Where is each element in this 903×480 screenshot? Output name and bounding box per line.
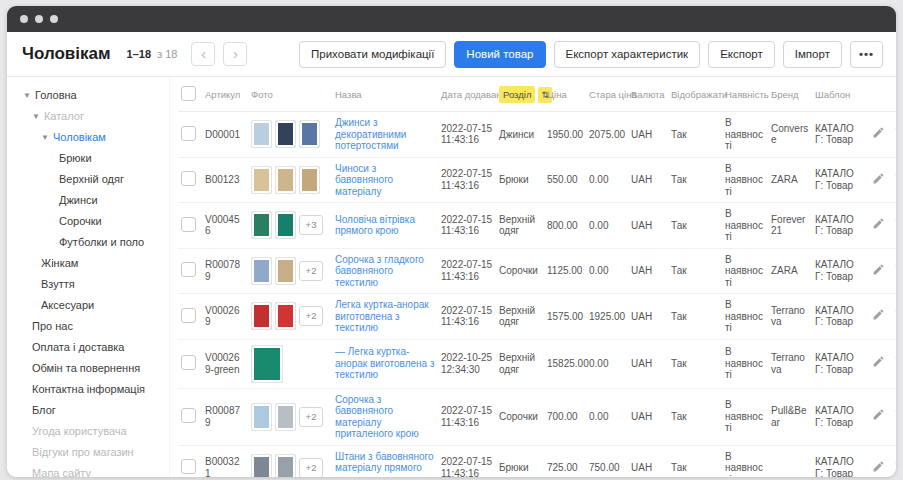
more-photos-badge[interactable]: +2 — [299, 306, 323, 326]
sidebar-item[interactable]: Аксесуари — [15, 295, 165, 316]
product-name-link[interactable]: Легка куртка-анорак виготовлена з тексти… — [335, 299, 429, 333]
column-header[interactable]: Наявність — [722, 77, 768, 112]
column-header[interactable]: Артикул — [202, 77, 248, 112]
delete-icon[interactable] — [893, 408, 896, 422]
product-name-link[interactable]: — Легка куртка-анорак виготовлена з текс… — [335, 346, 435, 380]
edit-icon[interactable] — [872, 460, 886, 474]
column-header[interactable]: Стара ціна — [586, 77, 628, 112]
sidebar-item[interactable]: Жінкам — [15, 253, 165, 274]
edit-icon[interactable] — [872, 217, 886, 231]
product-name-link[interactable]: Сорочка з бавовняного матеріалу притален… — [335, 394, 419, 440]
price-cell: 1950.00 — [544, 112, 586, 158]
chevron-down-icon[interactable]: ▼ — [32, 110, 40, 123]
old-price-cell: 0.00 — [586, 248, 628, 294]
price-cell: 550.00 — [544, 157, 586, 203]
more-photos-badge[interactable]: +2 — [299, 261, 323, 281]
prev-page-button[interactable]: ‹ — [191, 42, 215, 66]
product-name-link[interactable]: Сорочка з гладкого бавовняного текстилю — [335, 254, 424, 288]
product-photo — [299, 120, 320, 148]
sidebar-item[interactable]: Сорочки — [15, 211, 165, 232]
sidebar-item[interactable]: Верхній одяг — [15, 169, 165, 190]
sidebar-item[interactable]: Брюки — [15, 148, 165, 169]
sidebar-item[interactable]: Обмін та повернення — [15, 358, 165, 379]
chevron-down-icon[interactable]: ▼ — [23, 89, 31, 102]
sidebar-item[interactable]: Блог — [15, 400, 165, 421]
product-photo — [275, 166, 296, 194]
edit-icon[interactable] — [872, 355, 886, 369]
product-name-link[interactable]: Чиноси з бавовняного матеріалу — [335, 163, 393, 197]
old-price-cell: 0.00 — [586, 157, 628, 203]
section-cell: Верхній одяг — [496, 339, 544, 388]
sidebar-item[interactable]: Оплата і доставка — [15, 337, 165, 358]
sidebar-item[interactable]: Відгуки про магазин — [15, 442, 165, 463]
column-header[interactable]: Ціна — [544, 77, 586, 112]
brand-cell: Terranova — [768, 339, 812, 388]
sidebar-item[interactable]: ▼Чоловікам — [15, 127, 165, 148]
select-all-checkbox[interactable] — [181, 86, 196, 101]
delete-icon[interactable] — [893, 126, 896, 140]
column-header[interactable]: Фото — [248, 77, 332, 112]
actions-cell — [862, 445, 896, 477]
delete-icon[interactable] — [893, 308, 896, 322]
more-photos-badge[interactable]: +3 — [299, 215, 323, 235]
sidebar-item[interactable]: ▼Каталог — [15, 106, 165, 127]
sidebar-item[interactable]: ▼Головна — [15, 85, 165, 106]
row-checkbox[interactable] — [181, 459, 196, 474]
section-cell: Джинси — [496, 112, 544, 158]
currency-cell: UAH — [628, 157, 668, 203]
photos-cell — [248, 339, 332, 388]
column-header[interactable]: Шаблон — [812, 77, 862, 112]
row-checkbox[interactable] — [181, 171, 196, 186]
row-checkbox[interactable] — [181, 355, 196, 370]
more-actions-button[interactable]: ••• — [850, 41, 883, 68]
row-checkbox[interactable] — [181, 126, 196, 141]
row-checkbox[interactable] — [181, 217, 196, 232]
sidebar-item-label: Брюки — [59, 152, 92, 165]
display-cell: Так — [668, 294, 722, 340]
edit-icon[interactable] — [872, 408, 886, 422]
column-header[interactable]: Розділ⇅ — [496, 77, 544, 112]
photos-cell: +3 — [248, 203, 332, 249]
delete-icon[interactable] — [893, 217, 896, 231]
export-characteristics-button[interactable]: Експорт характеристик — [554, 41, 701, 68]
row-checkbox[interactable] — [181, 262, 196, 277]
chevron-down-icon[interactable]: ▼ — [41, 131, 49, 144]
sidebar-item[interactable]: Футболки и поло — [15, 232, 165, 253]
delete-icon[interactable] — [893, 355, 896, 369]
sidebar-item[interactable]: Взуття — [15, 274, 165, 295]
edit-icon[interactable] — [872, 263, 886, 277]
export-button[interactable]: Експорт — [708, 41, 775, 68]
display-cell: Так — [668, 388, 722, 445]
edit-icon[interactable] — [872, 308, 886, 322]
delete-icon[interactable] — [893, 263, 896, 277]
row-checkbox[interactable] — [181, 408, 196, 423]
column-header[interactable]: Відображати — [668, 77, 722, 112]
edit-icon[interactable] — [872, 172, 886, 186]
window-control-dot-3[interactable] — [50, 15, 58, 23]
column-header[interactable]: Валюта — [628, 77, 668, 112]
new-product-button[interactable]: Новий товар — [454, 41, 545, 68]
more-photos-badge[interactable]: +2 — [299, 407, 323, 427]
sidebar-item[interactable]: Про нас — [15, 316, 165, 337]
sidebar-item[interactable]: Джинси — [15, 190, 165, 211]
sidebar-item[interactable]: Угода користувача — [15, 421, 165, 442]
import-button[interactable]: Імпорт — [783, 41, 842, 68]
column-header[interactable]: Бренд — [768, 77, 812, 112]
product-name-link[interactable]: Штани з бавовняного матеріалу прямого кр… — [335, 451, 434, 478]
delete-icon[interactable] — [893, 460, 896, 474]
column-header[interactable]: Назва — [332, 77, 438, 112]
edit-icon[interactable] — [872, 126, 886, 140]
window-control-dot-1[interactable] — [20, 15, 28, 23]
delete-icon[interactable] — [893, 172, 896, 186]
window-control-dot-2[interactable] — [35, 15, 43, 23]
more-photos-badge[interactable]: +2 — [299, 458, 323, 477]
product-name-link[interactable]: Джинси з декоративними потертостями — [335, 117, 406, 151]
row-checkbox[interactable] — [181, 308, 196, 323]
product-name-link[interactable]: Чоловіча вітрівка прямого крою — [335, 214, 415, 237]
sidebar-item[interactable]: Контактна інформація — [15, 379, 165, 400]
column-header[interactable]: Дата додавання — [438, 77, 496, 112]
sidebar-item[interactable]: Мапа сайту — [15, 463, 165, 477]
next-page-button[interactable]: › — [223, 42, 247, 66]
hide-modifications-button[interactable]: Приховати модифікації — [299, 41, 446, 68]
availability-cell: В наявності — [722, 339, 768, 388]
